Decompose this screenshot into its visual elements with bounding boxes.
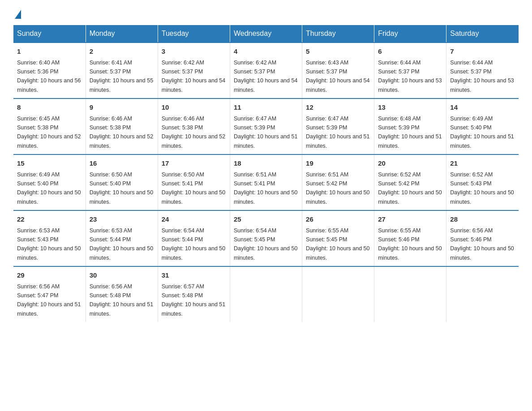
day-number: 17: [162, 158, 226, 169]
day-info: Sunrise: 6:56 AMSunset: 5:47 PMDaylight:…: [17, 283, 81, 317]
logo: [13, 9, 21, 17]
day-cell: 6Sunrise: 6:44 AMSunset: 5:37 PMDaylight…: [374, 43, 446, 98]
day-cell: 22Sunrise: 6:53 AMSunset: 5:43 PMDayligh…: [13, 210, 86, 266]
day-number: 28: [450, 214, 515, 225]
day-info: Sunrise: 6:56 AMSunset: 5:48 PMDaylight:…: [90, 283, 153, 317]
calendar-body: 1Sunrise: 6:40 AMSunset: 5:36 PMDaylight…: [13, 43, 519, 322]
day-info: Sunrise: 6:53 AMSunset: 5:44 PMDaylight:…: [90, 227, 153, 261]
day-cell: 19Sunrise: 6:51 AMSunset: 5:42 PMDayligh…: [302, 154, 374, 210]
day-cell: 26Sunrise: 6:55 AMSunset: 5:45 PMDayligh…: [302, 210, 374, 266]
day-number: 13: [378, 103, 442, 113]
day-number: 24: [162, 214, 226, 225]
day-info: Sunrise: 6:49 AMSunset: 5:40 PMDaylight:…: [17, 171, 81, 205]
day-cell: 12Sunrise: 6:47 AMSunset: 5:39 PMDayligh…: [302, 98, 374, 154]
day-number: 22: [17, 214, 82, 225]
day-cell: 31Sunrise: 6:57 AMSunset: 5:48 PMDayligh…: [158, 266, 230, 322]
day-number: 6: [378, 47, 442, 57]
day-cell: 3Sunrise: 6:42 AMSunset: 5:37 PMDaylight…: [158, 43, 230, 98]
header-cell-thursday: Thursday: [302, 25, 374, 43]
day-cell: [446, 266, 519, 322]
day-info: Sunrise: 6:57 AMSunset: 5:48 PMDaylight:…: [162, 283, 225, 317]
header-row: SundayMondayTuesdayWednesdayThursdayFrid…: [13, 25, 519, 43]
day-number: 9: [90, 103, 154, 113]
day-info: Sunrise: 6:55 AMSunset: 5:45 PMDaylight:…: [306, 227, 369, 261]
day-number: 21: [450, 158, 515, 169]
day-number: 12: [306, 103, 370, 113]
day-info: Sunrise: 6:40 AMSunset: 5:36 PMDaylight:…: [17, 60, 81, 93]
day-info: Sunrise: 6:50 AMSunset: 5:40 PMDaylight:…: [90, 171, 153, 205]
day-info: Sunrise: 6:50 AMSunset: 5:41 PMDaylight:…: [162, 171, 225, 205]
day-cell: 28Sunrise: 6:56 AMSunset: 5:46 PMDayligh…: [446, 210, 519, 266]
day-cell: 18Sunrise: 6:51 AMSunset: 5:41 PMDayligh…: [230, 154, 302, 210]
week-row-1: 1Sunrise: 6:40 AMSunset: 5:36 PMDaylight…: [13, 43, 519, 98]
calendar-table: SundayMondayTuesdayWednesdayThursdayFrid…: [13, 25, 519, 322]
day-info: Sunrise: 6:46 AMSunset: 5:38 PMDaylight:…: [162, 116, 225, 149]
day-number: 3: [162, 47, 226, 57]
day-cell: 16Sunrise: 6:50 AMSunset: 5:40 PMDayligh…: [86, 154, 158, 210]
day-cell: 25Sunrise: 6:54 AMSunset: 5:45 PMDayligh…: [230, 210, 302, 266]
week-row-4: 22Sunrise: 6:53 AMSunset: 5:43 PMDayligh…: [13, 210, 519, 266]
day-number: 11: [234, 103, 298, 113]
day-cell: 5Sunrise: 6:43 AMSunset: 5:37 PMDaylight…: [302, 43, 374, 98]
day-cell: 8Sunrise: 6:45 AMSunset: 5:38 PMDaylight…: [13, 98, 86, 154]
logo-triangle-icon: [15, 10, 21, 19]
day-number: 29: [17, 270, 82, 281]
header-cell-monday: Monday: [86, 25, 158, 43]
day-number: 26: [306, 214, 370, 225]
header-cell-saturday: Saturday: [446, 25, 519, 43]
day-number: 5: [306, 47, 370, 57]
day-cell: 23Sunrise: 6:53 AMSunset: 5:44 PMDayligh…: [86, 210, 158, 266]
day-cell: 20Sunrise: 6:52 AMSunset: 5:42 PMDayligh…: [374, 154, 446, 210]
day-number: 4: [234, 47, 298, 57]
day-cell: 9Sunrise: 6:46 AMSunset: 5:38 PMDaylight…: [86, 98, 158, 154]
page-header: [13, 9, 519, 17]
day-info: Sunrise: 6:44 AMSunset: 5:37 PMDaylight:…: [378, 60, 442, 93]
day-info: Sunrise: 6:47 AMSunset: 5:39 PMDaylight:…: [234, 116, 297, 149]
day-info: Sunrise: 6:54 AMSunset: 5:44 PMDaylight:…: [162, 227, 225, 261]
day-info: Sunrise: 6:42 AMSunset: 5:37 PMDaylight:…: [234, 60, 297, 93]
day-info: Sunrise: 6:45 AMSunset: 5:38 PMDaylight:…: [17, 116, 81, 149]
day-info: Sunrise: 6:54 AMSunset: 5:45 PMDaylight:…: [234, 227, 297, 261]
day-info: Sunrise: 6:42 AMSunset: 5:37 PMDaylight:…: [162, 60, 225, 93]
day-cell: 15Sunrise: 6:49 AMSunset: 5:40 PMDayligh…: [13, 154, 86, 210]
day-info: Sunrise: 6:52 AMSunset: 5:43 PMDaylight:…: [450, 171, 514, 205]
day-info: Sunrise: 6:43 AMSunset: 5:37 PMDaylight:…: [306, 60, 369, 93]
header-cell-wednesday: Wednesday: [230, 25, 302, 43]
day-number: 1: [17, 47, 82, 57]
day-cell: [230, 266, 302, 322]
day-info: Sunrise: 6:49 AMSunset: 5:40 PMDaylight:…: [450, 116, 514, 149]
day-number: 18: [234, 158, 298, 169]
day-info: Sunrise: 6:51 AMSunset: 5:41 PMDaylight:…: [234, 171, 297, 205]
day-number: 20: [378, 158, 442, 169]
day-number: 2: [90, 47, 154, 57]
day-cell: 2Sunrise: 6:41 AMSunset: 5:37 PMDaylight…: [86, 43, 158, 98]
day-cell: 21Sunrise: 6:52 AMSunset: 5:43 PMDayligh…: [446, 154, 519, 210]
day-number: 10: [162, 103, 226, 113]
day-info: Sunrise: 6:56 AMSunset: 5:46 PMDaylight:…: [450, 227, 514, 261]
header-cell-friday: Friday: [374, 25, 446, 43]
day-info: Sunrise: 6:48 AMSunset: 5:39 PMDaylight:…: [378, 116, 442, 149]
week-row-2: 8Sunrise: 6:45 AMSunset: 5:38 PMDaylight…: [13, 98, 519, 154]
week-row-5: 29Sunrise: 6:56 AMSunset: 5:47 PMDayligh…: [13, 266, 519, 322]
day-cell: 30Sunrise: 6:56 AMSunset: 5:48 PMDayligh…: [86, 266, 158, 322]
day-cell: 24Sunrise: 6:54 AMSunset: 5:44 PMDayligh…: [158, 210, 230, 266]
day-cell: 13Sunrise: 6:48 AMSunset: 5:39 PMDayligh…: [374, 98, 446, 154]
day-info: Sunrise: 6:55 AMSunset: 5:46 PMDaylight:…: [378, 227, 442, 261]
day-number: 16: [90, 158, 154, 169]
day-cell: 29Sunrise: 6:56 AMSunset: 5:47 PMDayligh…: [13, 266, 86, 322]
day-cell: 27Sunrise: 6:55 AMSunset: 5:46 PMDayligh…: [374, 210, 446, 266]
day-number: 7: [450, 47, 515, 57]
day-number: 19: [306, 158, 370, 169]
day-info: Sunrise: 6:41 AMSunset: 5:37 PMDaylight:…: [90, 60, 153, 93]
day-number: 30: [90, 270, 154, 281]
day-number: 23: [90, 214, 154, 225]
day-cell: [374, 266, 446, 322]
day-number: 8: [17, 103, 82, 113]
day-number: 14: [450, 103, 515, 113]
week-row-3: 15Sunrise: 6:49 AMSunset: 5:40 PMDayligh…: [13, 154, 519, 210]
day-cell: 11Sunrise: 6:47 AMSunset: 5:39 PMDayligh…: [230, 98, 302, 154]
day-info: Sunrise: 6:53 AMSunset: 5:43 PMDaylight:…: [17, 227, 81, 261]
calendar-header: SundayMondayTuesdayWednesdayThursdayFrid…: [13, 25, 519, 43]
day-cell: 14Sunrise: 6:49 AMSunset: 5:40 PMDayligh…: [446, 98, 519, 154]
day-cell: 4Sunrise: 6:42 AMSunset: 5:37 PMDaylight…: [230, 43, 302, 98]
